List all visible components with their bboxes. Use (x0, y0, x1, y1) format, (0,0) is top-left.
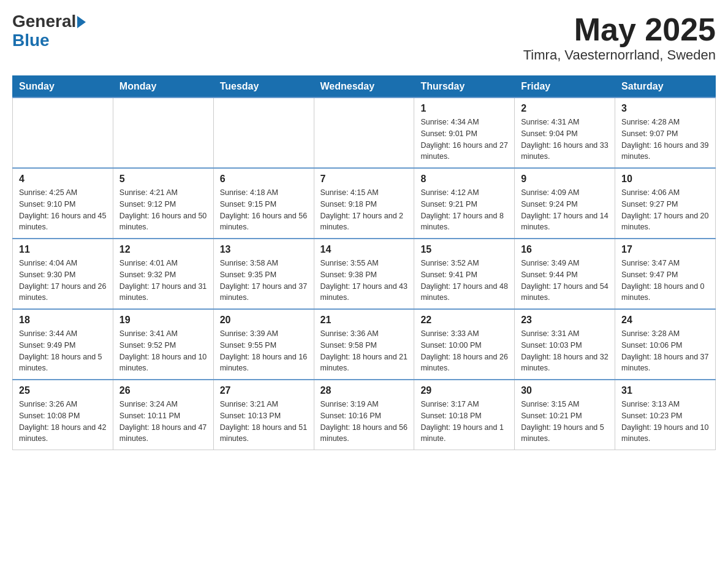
day-number: 29 (420, 385, 508, 396)
day-info: Sunrise: 3:49 AMSunset: 9:44 PMDaylight:… (521, 258, 609, 304)
day-number: 9 (521, 174, 609, 185)
calendar-cell-5-6: 30Sunrise: 3:15 AMSunset: 10:21 PMDaylig… (515, 380, 615, 450)
logo-blue-text: Blue (12, 31, 86, 50)
calendar-cell-1-2 (113, 98, 213, 168)
calendar-week-1: 1Sunrise: 4:34 AMSunset: 9:01 PMDaylight… (13, 98, 716, 168)
day-number: 6 (220, 174, 308, 185)
day-info: Sunrise: 3:36 AMSunset: 9:58 PMDaylight:… (320, 328, 408, 374)
day-info: Sunrise: 3:17 AMSunset: 10:18 PMDaylight… (420, 399, 508, 445)
day-number: 3 (621, 103, 709, 114)
day-number: 8 (420, 174, 508, 185)
day-number: 25 (19, 385, 107, 396)
day-number: 24 (621, 315, 709, 326)
day-info: Sunrise: 3:55 AMSunset: 9:38 PMDaylight:… (320, 258, 408, 304)
day-info: Sunrise: 4:12 AMSunset: 9:21 PMDaylight:… (420, 187, 508, 233)
calendar-cell-1-6: 2Sunrise: 4:31 AMSunset: 9:04 PMDaylight… (515, 98, 615, 168)
day-number: 27 (220, 385, 308, 396)
day-number: 4 (19, 174, 107, 185)
day-number: 16 (521, 244, 609, 255)
day-header-sunday: Sunday (13, 76, 113, 98)
day-info: Sunrise: 3:39 AMSunset: 9:55 PMDaylight:… (220, 328, 308, 374)
day-number: 18 (19, 315, 107, 326)
day-info: Sunrise: 3:19 AMSunset: 10:16 PMDaylight… (320, 399, 408, 445)
calendar-cell-3-2: 12Sunrise: 4:01 AMSunset: 9:32 PMDayligh… (113, 239, 213, 309)
day-number: 17 (621, 244, 709, 255)
day-info: Sunrise: 3:52 AMSunset: 9:41 PMDaylight:… (420, 258, 508, 304)
calendar-cell-1-5: 1Sunrise: 4:34 AMSunset: 9:01 PMDaylight… (414, 98, 515, 168)
calendar-cell-2-3: 6Sunrise: 4:18 AMSunset: 9:15 PMDaylight… (213, 168, 314, 239)
calendar-cell-4-4: 21Sunrise: 3:36 AMSunset: 9:58 PMDayligh… (314, 309, 414, 380)
day-number: 13 (220, 244, 308, 255)
calendar-cell-3-5: 15Sunrise: 3:52 AMSunset: 9:41 PMDayligh… (414, 239, 515, 309)
day-info: Sunrise: 3:28 AMSunset: 10:06 PMDaylight… (621, 328, 709, 374)
day-info: Sunrise: 3:44 AMSunset: 9:49 PMDaylight:… (19, 328, 107, 374)
day-info: Sunrise: 3:33 AMSunset: 10:00 PMDaylight… (420, 328, 508, 374)
day-number: 7 (320, 174, 408, 185)
calendar-week-3: 11Sunrise: 4:04 AMSunset: 9:30 PMDayligh… (13, 239, 716, 309)
logo-arrow-icon (77, 16, 86, 28)
day-info: Sunrise: 3:24 AMSunset: 10:11 PMDaylight… (119, 399, 207, 445)
day-number: 28 (320, 385, 408, 396)
calendar-cell-3-6: 16Sunrise: 3:49 AMSunset: 9:44 PMDayligh… (515, 239, 615, 309)
day-info: Sunrise: 3:47 AMSunset: 9:47 PMDaylight:… (621, 258, 709, 304)
calendar-cell-4-2: 19Sunrise: 3:41 AMSunset: 9:52 PMDayligh… (113, 309, 213, 380)
day-info: Sunrise: 4:28 AMSunset: 9:07 PMDaylight:… (621, 117, 709, 163)
day-info: Sunrise: 3:26 AMSunset: 10:08 PMDaylight… (19, 399, 107, 445)
day-info: Sunrise: 3:41 AMSunset: 9:52 PMDaylight:… (119, 328, 207, 374)
day-number: 30 (521, 385, 609, 396)
calendar-cell-2-2: 5Sunrise: 4:21 AMSunset: 9:12 PMDaylight… (113, 168, 213, 239)
calendar-cell-1-1 (13, 98, 113, 168)
calendar-cell-4-3: 20Sunrise: 3:39 AMSunset: 9:55 PMDayligh… (213, 309, 314, 380)
day-info: Sunrise: 4:04 AMSunset: 9:30 PMDaylight:… (19, 258, 107, 304)
calendar-header-row: SundayMondayTuesdayWednesdayThursdayFrid… (13, 76, 716, 98)
calendar-cell-4-6: 23Sunrise: 3:31 AMSunset: 10:03 PMDaylig… (515, 309, 615, 380)
day-number: 11 (19, 244, 107, 255)
day-number: 12 (119, 244, 207, 255)
title-block: May 2025 Timra, Vaesternorrland, Sweden (523, 12, 716, 63)
calendar-cell-1-4 (314, 98, 414, 168)
day-info: Sunrise: 4:09 AMSunset: 9:24 PMDaylight:… (521, 187, 609, 233)
day-number: 14 (320, 244, 408, 255)
calendar-cell-5-7: 31Sunrise: 3:13 AMSunset: 10:23 PMDaylig… (615, 380, 716, 450)
calendar-cell-1-7: 3Sunrise: 4:28 AMSunset: 9:07 PMDaylight… (615, 98, 716, 168)
day-header-thursday: Thursday (414, 76, 515, 98)
day-info: Sunrise: 4:06 AMSunset: 9:27 PMDaylight:… (621, 187, 709, 233)
day-info: Sunrise: 4:34 AMSunset: 9:01 PMDaylight:… (420, 117, 508, 163)
day-info: Sunrise: 4:18 AMSunset: 9:15 PMDaylight:… (220, 187, 308, 233)
day-info: Sunrise: 4:21 AMSunset: 9:12 PMDaylight:… (119, 187, 207, 233)
calendar-cell-2-7: 10Sunrise: 4:06 AMSunset: 9:27 PMDayligh… (615, 168, 716, 239)
day-number: 10 (621, 174, 709, 185)
calendar-cell-4-7: 24Sunrise: 3:28 AMSunset: 10:06 PMDaylig… (615, 309, 716, 380)
calendar-table: SundayMondayTuesdayWednesdayThursdayFrid… (12, 75, 716, 450)
day-header-friday: Friday (515, 76, 615, 98)
calendar-cell-5-4: 28Sunrise: 3:19 AMSunset: 10:16 PMDaylig… (314, 380, 414, 450)
day-number: 5 (119, 174, 207, 185)
calendar-cell-5-2: 26Sunrise: 3:24 AMSunset: 10:11 PMDaylig… (113, 380, 213, 450)
day-info: Sunrise: 4:25 AMSunset: 9:10 PMDaylight:… (19, 187, 107, 233)
calendar-cell-2-4: 7Sunrise: 4:15 AMSunset: 9:18 PMDaylight… (314, 168, 414, 239)
calendar-week-4: 18Sunrise: 3:44 AMSunset: 9:49 PMDayligh… (13, 309, 716, 380)
calendar-cell-4-1: 18Sunrise: 3:44 AMSunset: 9:49 PMDayligh… (13, 309, 113, 380)
day-info: Sunrise: 3:15 AMSunset: 10:21 PMDaylight… (521, 399, 609, 445)
calendar-cell-5-1: 25Sunrise: 3:26 AMSunset: 10:08 PMDaylig… (13, 380, 113, 450)
page-header: General Blue May 2025 Timra, Vaesternorr… (12, 12, 716, 63)
day-number: 26 (119, 385, 207, 396)
day-header-saturday: Saturday (615, 76, 716, 98)
day-info: Sunrise: 3:58 AMSunset: 9:35 PMDaylight:… (220, 258, 308, 304)
calendar-week-5: 25Sunrise: 3:26 AMSunset: 10:08 PMDaylig… (13, 380, 716, 450)
day-number: 31 (621, 385, 709, 396)
calendar-subtitle: Timra, Vaesternorrland, Sweden (523, 47, 716, 63)
calendar-cell-2-6: 9Sunrise: 4:09 AMSunset: 9:24 PMDaylight… (515, 168, 615, 239)
calendar-cell-5-3: 27Sunrise: 3:21 AMSunset: 10:13 PMDaylig… (213, 380, 314, 450)
calendar-week-2: 4Sunrise: 4:25 AMSunset: 9:10 PMDaylight… (13, 168, 716, 239)
day-info: Sunrise: 3:13 AMSunset: 10:23 PMDaylight… (621, 399, 709, 445)
day-header-tuesday: Tuesday (213, 76, 314, 98)
day-number: 20 (220, 315, 308, 326)
day-number: 21 (320, 315, 408, 326)
calendar-cell-1-3 (213, 98, 314, 168)
day-number: 15 (420, 244, 508, 255)
calendar-cell-5-5: 29Sunrise: 3:17 AMSunset: 10:18 PMDaylig… (414, 380, 515, 450)
day-number: 19 (119, 315, 207, 326)
day-number: 22 (420, 315, 508, 326)
day-info: Sunrise: 4:01 AMSunset: 9:32 PMDaylight:… (119, 258, 207, 304)
